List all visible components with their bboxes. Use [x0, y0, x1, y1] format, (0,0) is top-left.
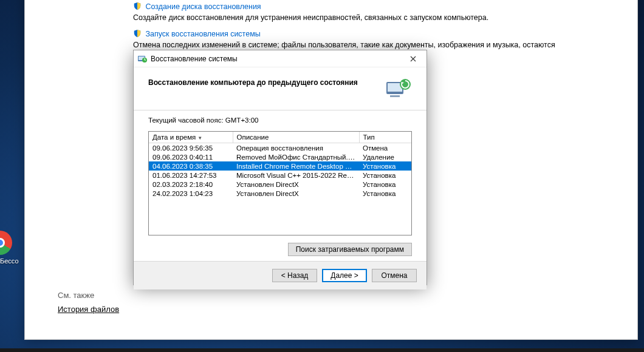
scan-affected-programs-button[interactable]: Поиск затрагиваемых программ [288, 243, 412, 256]
restore-points-table[interactable]: Дата и время▼ Описание Тип 09.06.2023 9:… [148, 131, 412, 235]
create-recovery-disk-link[interactable]: Создание диска восстановления [145, 2, 261, 11]
cell-type: Установка [359, 171, 411, 180]
dialog-heading: Восстановление компьютера до предыдущего… [148, 77, 380, 87]
taskbar[interactable] [0, 348, 644, 352]
cell-date: 24.02.2023 1:04:23 [149, 189, 233, 198]
cell-desc: Microsoft Visual C++ 2015-2022 Redistrib… [233, 171, 359, 180]
cell-date: 04.06.2023 0:38:35 [149, 161, 233, 171]
table-row[interactable]: 09.06.2023 9:56:35Операция восстановлени… [149, 143, 411, 153]
cancel-button[interactable]: Отмена [372, 269, 417, 282]
cell-desc: Установлен DirectX [233, 189, 359, 198]
system-restore-dialog: Восстановление системы Восстановление ко… [133, 50, 427, 285]
cell-date: 01.06.2023 14:27:53 [149, 171, 233, 180]
column-header-date[interactable]: Дата и время▼ [149, 132, 233, 143]
divider [134, 110, 426, 110]
cell-date: 09.06.2023 0:40:11 [149, 152, 233, 161]
table-row[interactable]: 24.02.2023 1:04:23Установлен DirectXУста… [149, 189, 411, 198]
cell-type: Установка [359, 189, 411, 198]
next-button[interactable]: Далее > [322, 269, 367, 282]
column-header-description[interactable]: Описание [233, 132, 359, 143]
see-also-heading: См. также [58, 291, 94, 300]
shield-icon [133, 29, 142, 38]
cell-type: Отмена [359, 143, 411, 153]
create-recovery-disk-desc: Создайте диск восстановления для устране… [133, 13, 558, 23]
chrome-shortcut-label: Бессо [0, 257, 19, 265]
cell-desc: Установлен DirectX [233, 180, 359, 189]
start-system-restore-link[interactable]: Запуск восстановления системы [145, 30, 260, 38]
cell-desc: Операция восстановления [233, 143, 359, 153]
table-row[interactable]: 02.03.2023 2:18:40Установлен DirectXУста… [149, 180, 411, 189]
back-button[interactable]: < Назад [272, 269, 317, 282]
table-row[interactable]: 04.06.2023 0:38:35Installed Chrome Remot… [149, 161, 411, 171]
cell-type: Удаление [359, 152, 411, 161]
table-row[interactable]: 01.06.2023 14:27:53Microsoft Visual C++ … [149, 171, 411, 180]
sort-descending-icon: ▼ [197, 135, 202, 141]
timezone-label: Текущий часовой пояс: GMT+3:00 [148, 117, 412, 124]
restore-computer-icon [385, 77, 412, 101]
chrome-desktop-shortcut[interactable]: Бессо [0, 231, 22, 265]
table-row[interactable]: 09.06.2023 0:40:11Removed МойОфис Станда… [149, 152, 411, 161]
cell-date: 02.03.2023 2:18:40 [149, 180, 233, 189]
shield-icon [133, 2, 142, 10]
close-button[interactable] [400, 50, 426, 67]
file-history-link[interactable]: История файлов [58, 305, 119, 314]
cell-type: Установка [359, 161, 411, 171]
dialog-titlebar: Восстановление системы [134, 50, 426, 67]
column-header-type[interactable]: Тип [359, 132, 411, 143]
cell-date: 09.06.2023 9:56:35 [149, 143, 233, 153]
cell-desc: Installed Chrome Remote Desktop Host [233, 161, 359, 171]
dialog-footer: < Назад Далее > Отмена [134, 261, 426, 289]
dialog-title: Восстановление системы [151, 55, 400, 63]
cell-type: Установка [359, 180, 411, 189]
system-restore-icon [137, 54, 147, 64]
svg-rect-5 [390, 95, 400, 97]
cell-desc: Removed МойОфис Стандартный. Домашняя … [233, 152, 359, 161]
